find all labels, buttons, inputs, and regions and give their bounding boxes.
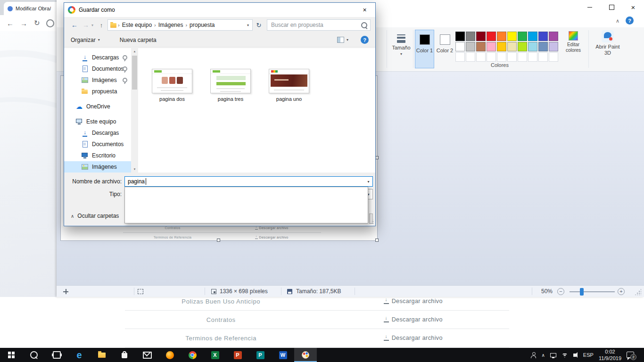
clock[interactable]: 0:02 11/9/2019 [599,348,621,362]
taskbar-store[interactable] [113,348,136,362]
forward-button[interactable]: → [80,21,91,29]
task-view-button[interactable] [45,348,68,362]
scroll-up-icon[interactable]: ▴ [131,48,138,55]
canvas-resize-handle-corner[interactable] [375,239,379,242]
palette-swatch[interactable] [466,42,475,51]
hide-folders-button[interactable]: ∧ Ocultar carpetas [71,213,119,219]
paint-help-button[interactable]: ? [626,16,634,25]
browser-back-icon[interactable]: ← [7,19,14,27]
taskbar-paint-active[interactable] [294,348,317,362]
address-bar[interactable]: › Este equipo › Imágenes › propuesta ▾ [107,19,253,31]
palette-swatch[interactable] [476,32,486,41]
taskbar-mail[interactable] [136,348,158,362]
zoom-in-button[interactable]: + [618,288,625,295]
palette-swatch[interactable] [549,32,558,41]
palette-swatch[interactable] [507,42,517,51]
zoom-slider-thumb[interactable] [580,288,584,296]
browser-forward-icon[interactable]: → [20,19,27,27]
taskbar-publisher[interactable]: P [249,348,272,362]
edit-colors-button[interactable]: Editar colores [562,31,585,53]
taskbar-edge[interactable]: e [68,348,91,362]
back-button[interactable]: ← [69,21,80,29]
palette-swatch[interactable] [528,42,537,51]
palette-swatch[interactable] [466,52,475,62]
sidebar-item-documentos[interactable]: Documentos [64,63,131,74]
canvas-resize-handle-right[interactable] [375,156,379,159]
sidebar-item-onedrive[interactable]: ☁OneDrive [64,101,131,112]
browser-page-info-icon[interactable] [46,19,54,27]
sidebar-item-descargas-2[interactable]: ↓Descargas [64,127,131,139]
palette-swatch[interactable] [518,52,527,62]
download-link[interactable]: ↓Descargar archivo [317,335,510,341]
palette-swatch[interactable] [549,52,558,62]
search-icon[interactable] [361,22,367,28]
file-item-pagina-dos[interactable]: pagina dos [151,69,193,102]
taskbar-powerpoint[interactable]: P [226,348,249,362]
palette-swatch[interactable] [497,42,506,51]
refresh-button[interactable]: ↻ [253,22,265,29]
palette-swatch[interactable] [507,32,517,41]
browser-reload-icon[interactable]: ↻ [34,19,40,27]
address-dropdown-icon[interactable]: ▾ [247,23,250,27]
palette-swatch[interactable] [455,32,465,41]
sidebar-item-descargas[interactable]: ↓Descargas [64,52,131,63]
up-button[interactable]: ↑ [96,22,107,29]
sidebar-item-imagenes-2[interactable]: Imágenes [64,161,131,173]
palette-swatch[interactable] [497,52,506,62]
sidebar-item-este-equipo[interactable]: Este equipo [64,116,131,127]
palette-swatch[interactable] [455,42,465,51]
taskbar-firefox[interactable] [158,348,181,362]
file-item-pagina-uno[interactable]: pagina uno [268,69,310,102]
palette-swatch[interactable] [466,32,475,41]
zoom-slider[interactable] [570,291,615,292]
help-button[interactable]: ? [361,36,369,44]
view-mode-button[interactable]: ▾ [337,37,348,43]
zoom-out-button[interactable]: − [557,288,564,295]
close-button[interactable]: × [622,0,644,14]
window-resize-grip[interactable] [635,288,641,295]
open-paint3d-button[interactable]: Abrir Paint 3D [593,30,622,56]
palette-swatch[interactable] [528,52,537,62]
breadcrumb-imagenes[interactable]: Imágenes [157,22,184,28]
palette-swatch[interactable] [487,42,496,51]
palette-swatch[interactable] [497,32,506,41]
organize-button[interactable]: Organizar▾ [71,37,100,43]
sidebar-item-imagenes[interactable]: Imágenes [64,74,131,86]
scroll-down-icon[interactable]: ▾ [131,166,138,173]
palette-swatch[interactable] [538,32,548,41]
sidebar-scrollbar[interactable]: ▴ ▾ [131,48,138,173]
palette-swatch[interactable] [507,52,517,62]
palette-swatch[interactable] [518,42,527,51]
palette-swatch[interactable] [476,42,486,51]
filename-input[interactable]: pagina ▾ [124,176,373,187]
palette-swatch[interactable] [476,52,486,62]
new-folder-button[interactable]: Nueva carpeta [120,37,157,43]
taskbar-word[interactable]: W [272,348,294,362]
language-indicator[interactable]: ESP [583,352,594,358]
taskbar-search-button[interactable] [23,348,45,362]
dialog-close-button[interactable]: × [354,3,375,17]
tray-expand-icon[interactable]: ∧ [542,353,545,358]
taskbar-excel[interactable]: X [204,348,226,362]
search-input[interactable] [270,21,359,29]
minimize-button[interactable] [579,0,601,14]
canvas-resize-handle-bottom[interactable] [217,239,220,242]
network-pc-icon[interactable] [550,353,556,357]
maximize-button[interactable] [601,0,622,14]
filename-autocomplete-list[interactable] [124,187,368,223]
size-button[interactable]: Tamaño ▾ [390,30,412,68]
taskbar-chrome[interactable] [181,348,204,362]
palette-swatch[interactable] [487,52,496,62]
breadcrumb-este-equipo[interactable]: Este equipo [121,22,153,28]
wifi-icon[interactable] [561,353,568,358]
palette-swatch[interactable] [538,52,548,62]
sidebar-item-documentos-2[interactable]: Documentos [64,139,131,150]
people-icon[interactable] [530,352,537,358]
download-link[interactable]: ↓Descargar archivo [317,316,510,323]
volume-icon[interactable] [573,354,576,357]
taskbar-file-explorer[interactable] [91,348,113,362]
breadcrumb-propuesta[interactable]: propuesta [189,22,215,28]
scrollbar-thumb[interactable] [132,56,137,90]
palette-swatch[interactable] [455,52,465,62]
palette-swatch[interactable] [538,42,548,51]
